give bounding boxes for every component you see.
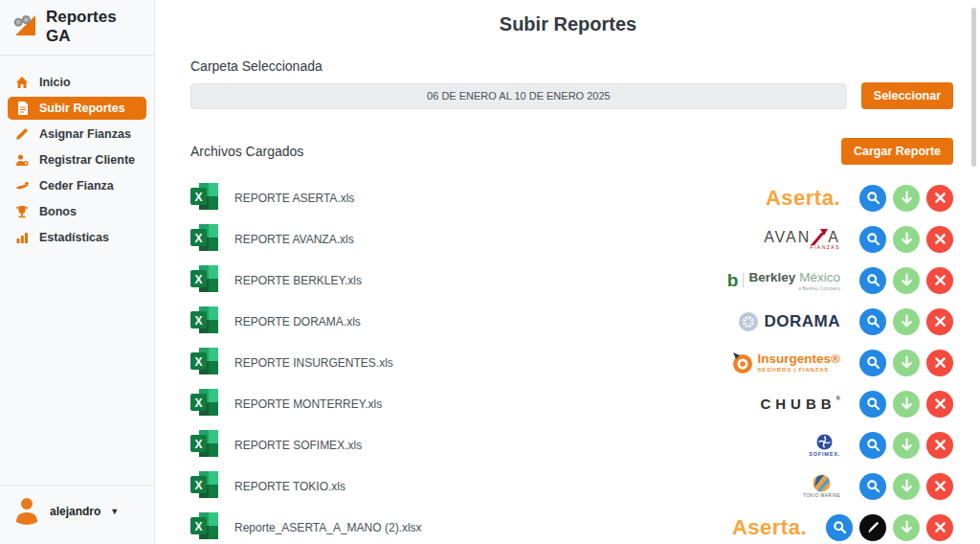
file-name: Reporte_ASERTA_A_MANO (2).xlsx [234,521,422,534]
files-section-label: Archivos Cargados [190,144,303,159]
company-logo-avanza: AVAN A FIANZAS [764,229,840,250]
delete-report-button[interactable] [926,267,953,294]
view-report-button[interactable] [826,514,853,541]
tokio-globe-icon [813,474,831,492]
delete-report-button[interactable] [926,185,953,212]
document-icon [15,102,29,115]
sidebar: Reportes GA Inicio Subir Reportes Asi [0,0,155,544]
delete-report-button[interactable] [926,514,953,541]
vertical-scrollbar[interactable] [971,8,976,167]
sidebar-item-ceder-fianza[interactable]: Ceder Fianza [8,174,146,197]
download-report-button[interactable] [893,226,920,253]
company-logo-aserta: Aserta. [766,186,840,211]
sidebar-item-subir-reportes[interactable]: Subir Reportes [8,97,146,120]
company-logo-chubb: CHUBB® [760,396,840,412]
download-report-button[interactable] [893,308,920,335]
user-menu[interactable]: alejandro ▼ [0,485,154,544]
app-logo-icon [11,11,38,42]
app-title: Reportes GA [46,8,143,46]
excel-file-icon: X [190,389,219,419]
sidebar-item-estadisticas[interactable]: Estadísticas [8,226,146,249]
excel-file-icon: X [190,183,219,214]
folder-section-label: Carpeta Seleccionada [190,58,953,74]
download-report-button[interactable] [893,267,920,294]
sidebar-item-label: Subir Reportes [39,102,125,115]
company-logo-sofimex: SOFIMEX. [809,434,840,457]
page-title: Subir Reportes [156,0,980,35]
file-row: X REPORTE SOFIMEX.xls SOFIMEX. [190,424,953,465]
sidebar-item-registrar-cliente[interactable]: Registrar Cliente [8,148,146,171]
svg-text:X: X [194,273,202,286]
file-name: REPORTE MONTERREY.xls [234,397,382,411]
trophy-icon [15,205,29,218]
file-row: X Reporte_ASERTA_A_MANO (2).xlsx Aserta. [190,507,953,544]
excel-file-icon: X [190,512,219,543]
view-report-button[interactable] [859,391,886,418]
file-name: REPORTE BERKLEY.xls [234,274,362,287]
sidebar-item-label: Asignar Fianzas [39,127,131,141]
file-name: REPORTE TOKIO.xls [234,480,345,493]
excel-file-icon: X [190,224,219,255]
svg-text:X: X [194,232,202,245]
file-name: REPORTE SOFIMEX.xls [234,439,362,452]
file-row: X REPORTE MONTERREY.xls CHUBB® [190,383,953,424]
sidebar-item-label: Registrar Cliente [39,153,135,167]
view-report-button[interactable] [859,185,886,212]
download-report-button[interactable] [893,391,920,418]
delete-report-button[interactable] [926,432,953,459]
file-row: X REPORTE TOKIO.xls TOKIO MARINE [190,465,953,507]
download-report-button[interactable] [893,514,920,541]
view-report-button[interactable] [859,473,886,500]
hand-icon [15,179,29,193]
sidebar-item-label: Inicio [39,76,71,89]
chevron-down-icon: ▼ [110,507,119,516]
view-report-button[interactable] [859,267,886,294]
delete-report-button[interactable] [926,226,953,253]
view-report-button[interactable] [859,432,886,459]
edit-report-button[interactable] [859,514,886,541]
sidebar-nav: Inicio Subir Reportes Asignar Fianzas [0,56,154,252]
excel-file-icon: X [190,471,219,502]
download-report-button[interactable] [893,473,920,500]
svg-text:X: X [194,438,202,451]
file-row: X REPORTE DORAMA.xls DORAMA [190,301,953,342]
selected-folder-input[interactable] [190,83,847,109]
delete-report-button[interactable] [926,350,953,376]
svg-text:X: X [194,355,202,369]
sofimex-pinwheel-icon [816,434,833,450]
sidebar-item-inicio[interactable]: Inicio [8,71,146,94]
file-name: REPORTE ASERTA.xls [234,192,354,205]
upload-report-button[interactable]: Cargar Reporte [841,138,953,165]
download-report-button[interactable] [893,432,920,459]
view-report-button[interactable] [859,308,886,335]
dorama-emblem-icon [738,311,759,332]
sidebar-item-bonos[interactable]: Bonos [8,200,146,223]
file-row: X REPORTE BERKLEY.xls b Berkley México a… [190,260,953,301]
company-logo-berkley: b Berkley México a Berkley Company [727,270,840,291]
company-logo-aserta: Aserta. [732,515,807,540]
view-report-button[interactable] [859,350,886,376]
company-logo-tokio: TOKIO MARINE [803,474,840,498]
sidebar-item-label: Estadísticas [39,231,109,244]
excel-file-icon: X [190,265,219,296]
file-list: X REPORTE ASERTA.xls Aserta. [190,177,953,544]
select-folder-button[interactable]: Seleccionar [861,82,953,109]
sidebar-item-asignar-fianzas[interactable]: Asignar Fianzas [8,123,146,146]
company-logo-dorama: DORAMA [738,311,841,332]
delete-report-button[interactable] [926,473,953,500]
download-report-button[interactable] [893,185,920,212]
view-report-button[interactable] [859,226,886,253]
home-icon [15,76,29,89]
file-name: REPORTE DORAMA.xls [234,315,361,329]
file-row: X REPORTE INSURGENTES.xls Insurgentes® S… [190,342,953,383]
file-name: REPORTE INSURGENTES.xls [234,356,393,370]
bar-chart-icon [15,231,29,244]
download-report-button[interactable] [893,350,920,376]
pencil-icon [15,127,29,141]
delete-report-button[interactable] [926,308,953,335]
person-add-icon [15,153,29,167]
file-row: X REPORTE AVANZA.xls AVAN A FIANZAS [190,218,953,260]
main-content: Subir Reportes Carpeta Seleccionada Sele… [156,0,980,544]
delete-report-button[interactable] [926,391,953,418]
sidebar-item-label: Bonos [39,205,77,218]
